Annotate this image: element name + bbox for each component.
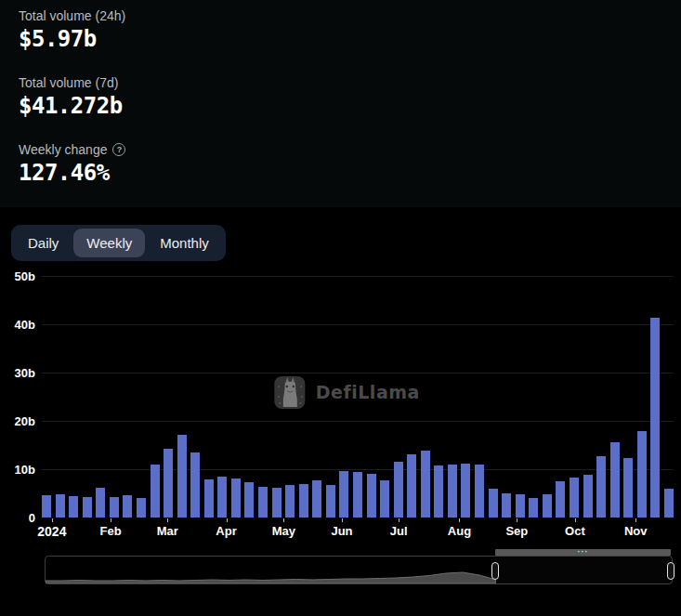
chart-bar[interactable] (596, 456, 606, 518)
datazoom-slider: ··· (0, 549, 681, 598)
chart-bar[interactable] (177, 435, 187, 518)
stat-label: Total volume (24h) (19, 7, 662, 25)
chart-bar[interactable] (69, 496, 78, 518)
stats-panel: Total volume (24h) $5.97b Total volume (… (0, 0, 681, 207)
chart-bar[interactable] (367, 474, 376, 518)
chart-bar[interactable] (650, 318, 660, 518)
interval-tabs-row: DailyWeeklyMonthly (0, 207, 681, 261)
chart-bar[interactable] (407, 454, 416, 518)
stat-label-text: Total volume (24h) (19, 7, 125, 25)
chart-bar[interactable] (502, 493, 511, 518)
chart-bar[interactable] (164, 449, 173, 518)
slider-handle-left[interactable] (491, 562, 499, 580)
chart-bar[interactable] (285, 485, 295, 518)
tab-weekly[interactable]: Weekly (73, 229, 145, 257)
chart-bar[interactable] (394, 462, 403, 518)
x-axis-tick (517, 518, 517, 522)
slider-selection-window[interactable] (495, 556, 671, 584)
chart-bar[interactable] (42, 495, 51, 518)
chart-bar[interactable] (543, 494, 552, 518)
chart-bar[interactable] (461, 464, 470, 518)
grip-dots-icon: ··· (578, 550, 589, 555)
chart-bar[interactable] (299, 484, 308, 518)
chart-bar[interactable] (123, 495, 132, 518)
x-axis-label: Mar (157, 524, 178, 538)
chart-bar[interactable] (475, 465, 484, 518)
chart-bar[interactable] (570, 478, 579, 518)
stat-label: Weekly change ? (19, 140, 662, 159)
slider-selection-grab-bar[interactable]: ··· (495, 549, 671, 556)
y-axis-label: 10b (0, 463, 35, 477)
tab-daily[interactable]: Daily (15, 229, 72, 257)
chart-bar[interactable] (637, 431, 647, 518)
chart-bar[interactable] (421, 451, 430, 518)
chart-bar[interactable] (217, 477, 227, 518)
x-axis-label: Nov (624, 524, 648, 538)
x-axis-tick (283, 518, 284, 522)
chart-bar[interactable] (489, 489, 498, 518)
chart-bar[interactable] (434, 465, 443, 518)
chart-bar[interactable] (151, 465, 160, 518)
x-axis-tick (575, 518, 576, 522)
y-axis-label: 20b (0, 414, 35, 428)
slider-preview-areachart (46, 557, 496, 583)
x-axis-label: 2024 (37, 524, 66, 539)
chart-bar[interactable] (610, 442, 620, 518)
chart-bar[interactable] (137, 498, 146, 518)
chart-bar[interactable] (272, 488, 282, 518)
x-axis-tick (459, 518, 460, 522)
help-icon[interactable]: ? (112, 143, 125, 156)
bars-container (42, 276, 674, 518)
volume-bar-chart: DefiLlama 50b40b30b20b10b02024FebMarAprM… (0, 261, 681, 549)
chart-bar[interactable] (244, 482, 254, 518)
x-axis-tick (167, 518, 168, 522)
chart-bar[interactable] (96, 488, 105, 518)
chart-bar[interactable] (258, 487, 268, 518)
stat-volume-24h: Total volume (24h) $5.97b (19, 7, 662, 53)
chart-bar[interactable] (380, 480, 389, 518)
x-axis-tick (342, 518, 343, 522)
y-axis-label: 40b (0, 318, 35, 332)
x-axis-tick (52, 518, 53, 522)
chart-bar[interactable] (448, 465, 457, 518)
stat-label-text: Weekly change (19, 140, 107, 159)
chart-bar[interactable] (529, 498, 538, 518)
x-axis-label: Feb (100, 524, 122, 538)
x-axis-tick (635, 518, 636, 522)
chart-bar[interactable] (204, 479, 214, 518)
chart-bar[interactable] (623, 458, 633, 518)
y-axis-label: 30b (0, 366, 35, 380)
x-axis-tick (111, 518, 111, 522)
chart-bar[interactable] (83, 497, 92, 518)
x-axis-label: Sep (505, 524, 528, 538)
x-axis-label: Jun (331, 524, 352, 538)
chart-bar[interactable] (664, 489, 674, 518)
chart-bar[interactable] (190, 452, 200, 518)
chart-bar[interactable] (312, 480, 321, 518)
chart-bar[interactable] (231, 478, 241, 518)
stat-label-text: Total volume (7d) (19, 73, 118, 92)
x-axis-label: Oct (565, 524, 585, 538)
stat-value: 127.46% (19, 159, 662, 187)
x-axis-label: May (272, 524, 295, 538)
chart-bar[interactable] (56, 494, 65, 518)
x-axis-label: Apr (216, 524, 236, 538)
stat-weekly-change: Weekly change ? 127.46% (19, 140, 662, 187)
chart-bar[interactable] (339, 471, 348, 518)
x-axis-label: Aug (448, 524, 471, 538)
chart-bar[interactable] (353, 472, 362, 518)
chart-bar[interactable] (556, 481, 565, 518)
slider-handle-right[interactable] (667, 562, 674, 580)
x-axis-tick (227, 518, 228, 522)
tab-monthly[interactable]: Monthly (147, 229, 222, 257)
chart-bar[interactable] (110, 497, 119, 518)
chart-bar[interactable] (516, 494, 525, 518)
y-axis-label: 0 (0, 511, 35, 525)
x-axis-label: Jul (390, 524, 408, 538)
stat-value: $41.272b (19, 92, 662, 120)
stat-label: Total volume (7d) (19, 73, 662, 92)
chart-bar[interactable] (326, 485, 335, 518)
stat-volume-7d: Total volume (7d) $41.272b (19, 73, 662, 120)
x-axis-tick (399, 518, 399, 522)
chart-bar[interactable] (583, 475, 593, 518)
